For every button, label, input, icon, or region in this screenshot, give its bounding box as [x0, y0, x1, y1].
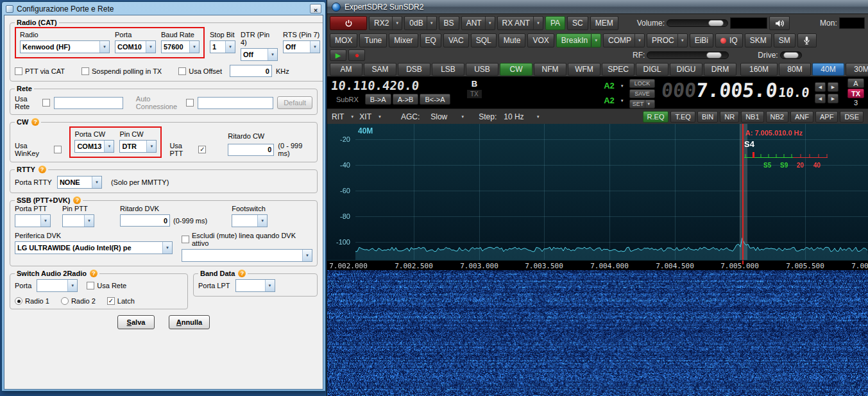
dsp-teq-button[interactable]: T.EQ — [670, 111, 695, 123]
escludi-checkbox[interactable]: Escludi (mute) linea quando DVK attivo — [182, 232, 312, 247]
pa-button[interactable]: PA — [545, 16, 565, 30]
preamp-button[interactable]: 0dB — [404, 16, 436, 30]
comp-button[interactable]: COMP — [603, 33, 645, 47]
band-30m[interactable]: 30M — [846, 63, 868, 76]
sm-button[interactable]: SM — [774, 33, 796, 47]
help-icon[interactable] — [90, 270, 98, 277]
volume-slider-handle[interactable] — [708, 20, 724, 26]
chevron-down-icon[interactable] — [619, 84, 625, 88]
config-close-button[interactable] — [310, 4, 321, 13]
start-button[interactable] — [330, 49, 346, 61]
subrx-button[interactable]: SubRX — [331, 94, 364, 105]
config-titlebar[interactable]: Configurazione Porte e Rete — [4, 3, 323, 15]
ritardo-dvk-input[interactable] — [120, 214, 170, 227]
rete-port-input[interactable] — [198, 97, 273, 109]
dsp-nb2-button[interactable]: NB2 — [766, 111, 788, 123]
mode-nfm[interactable]: NFM — [534, 63, 566, 76]
set-button[interactable]: SET — [629, 99, 655, 108]
usa-winkey-checkbox[interactable]: Usa WinKey — [15, 142, 62, 157]
ritardo-cw-input[interactable] — [228, 144, 274, 156]
bs-button[interactable]: BS — [439, 16, 459, 30]
band-80m[interactable]: 80M — [779, 63, 811, 76]
dsp-nr-button[interactable]: NR — [720, 111, 739, 123]
chevron-down-icon[interactable] — [427, 17, 436, 30]
mixer-button[interactable]: Mixer — [389, 33, 418, 47]
dtr-select[interactable]: Off — [241, 48, 278, 61]
chevron-down-icon[interactable] — [349, 115, 355, 119]
agc-select[interactable]: AGC:Slow — [401, 112, 466, 121]
rx2-button[interactable]: RX2 — [369, 16, 402, 30]
porta-select[interactable]: COM10 — [115, 40, 156, 53]
help-icon[interactable] — [38, 166, 46, 173]
usa-ptt-checkbox[interactable]: Usa PTT — [169, 142, 206, 157]
dsp-anf-button[interactable]: ANF — [790, 111, 813, 123]
step-right-button[interactable] — [828, 82, 838, 92]
dvk-line-select[interactable] — [182, 249, 312, 262]
vox-button[interactable]: VOX — [527, 33, 554, 47]
ptt-via-cat-checkbox[interactable]: PTT via CAT — [15, 67, 65, 75]
auto-connessione-checkbox[interactable] — [186, 99, 194, 107]
chevron-down-icon[interactable] — [533, 17, 543, 30]
chevron-down-icon[interactable] — [310, 41, 319, 53]
band-40m[interactable]: 40M — [812, 63, 844, 76]
mode-dsb[interactable]: DSB — [398, 63, 430, 76]
vac-button[interactable]: VAC — [443, 33, 469, 47]
lock-button[interactable]: LOCK — [629, 79, 655, 88]
chevron-down-icon[interactable] — [677, 34, 687, 47]
default-button[interactable]: Default — [277, 96, 312, 109]
vfo-a-frequency-display[interactable]: 000 7.005.0 10.0 — [660, 79, 810, 101]
periferica-dvk-select[interactable]: LG ULTRAWIDE (Audio Intel(R) pe — [15, 241, 173, 254]
drive-slider-handle[interactable] — [783, 52, 799, 58]
salva-button[interactable]: Salva — [117, 315, 155, 329]
rf-slider[interactable] — [647, 51, 729, 59]
breakin-button[interactable]: BreakIn — [556, 33, 601, 47]
skm-button[interactable]: SKM — [745, 33, 772, 47]
chevron-down-icon[interactable] — [485, 17, 495, 30]
mode-sam[interactable]: SAM — [364, 63, 396, 76]
chevron-down-icon[interactable] — [619, 99, 625, 103]
rx-ant-button[interactable]: RX ANT — [497, 16, 543, 30]
chevron-down-icon[interactable] — [225, 41, 235, 53]
iq-record-button[interactable]: IQ — [715, 33, 743, 47]
chevron-down-icon[interactable] — [99, 41, 109, 53]
mode-digl[interactable]: DIGL — [636, 63, 668, 76]
eq-button[interactable]: EQ — [420, 33, 441, 47]
waterfall-display[interactable] — [327, 270, 868, 396]
sdr-titlebar[interactable]: ExpertSDR2 SunSDR2 — [327, 0, 868, 14]
speaker-button[interactable] — [769, 16, 790, 30]
mode-lsb[interactable]: LSB — [432, 63, 464, 76]
chevron-down-icon[interactable] — [392, 17, 402, 30]
stopbit-select[interactable]: 1 — [210, 40, 235, 53]
usa-rete-checkbox[interactable] — [42, 99, 50, 107]
ant-button[interactable]: ANT — [461, 16, 495, 30]
annulla-button[interactable]: Annulla — [169, 315, 210, 329]
porta-lpt-select[interactable] — [235, 279, 275, 292]
a-b-swap-button[interactable]: B<->A — [420, 94, 450, 105]
porta-rtty-select[interactable]: NONE — [57, 176, 102, 189]
xit-control[interactable]: XIT — [359, 112, 383, 121]
help-icon[interactable] — [238, 270, 246, 277]
spectrum-canvas[interactable] — [327, 124, 868, 260]
mox-button[interactable]: MOX — [330, 33, 357, 47]
mode-am[interactable]: AM — [330, 63, 362, 76]
vfo-b-frequency[interactable]: 10.110.420.0 — [330, 78, 466, 93]
sospendi-polling-checkbox[interactable]: Sospendi polling in TX — [81, 67, 162, 75]
chevron-down-icon[interactable] — [67, 280, 77, 291]
chevron-down-icon[interactable] — [257, 215, 267, 227]
chevron-down-icon[interactable] — [146, 141, 156, 152]
mode-usb[interactable]: USB — [466, 63, 498, 76]
pin-ptt-select[interactable] — [62, 214, 94, 227]
chevron-down-icon[interactable] — [92, 176, 101, 188]
frequency-scale[interactable]: 7.002.000 7.002.500 7.003.000 7.003.500 … — [327, 260, 868, 270]
mode-digu[interactable]: DIGU — [670, 63, 702, 76]
chevron-down-icon[interactable] — [40, 215, 50, 227]
dsp-dse-button[interactable]: DSE — [840, 111, 864, 123]
band-160m[interactable]: 160M — [740, 63, 778, 76]
spectrum-display[interactable]: 40M -20 -40 -60 -80 -100 A: 7.005.010.0 … — [327, 124, 868, 260]
volume-slider[interactable] — [667, 19, 728, 27]
porta-ptt-select[interactable] — [15, 214, 51, 227]
mem-button[interactable]: MEM — [590, 16, 618, 30]
power-button[interactable] — [330, 16, 367, 30]
band-down-button[interactable] — [815, 94, 826, 103]
offset-input[interactable] — [230, 65, 272, 77]
